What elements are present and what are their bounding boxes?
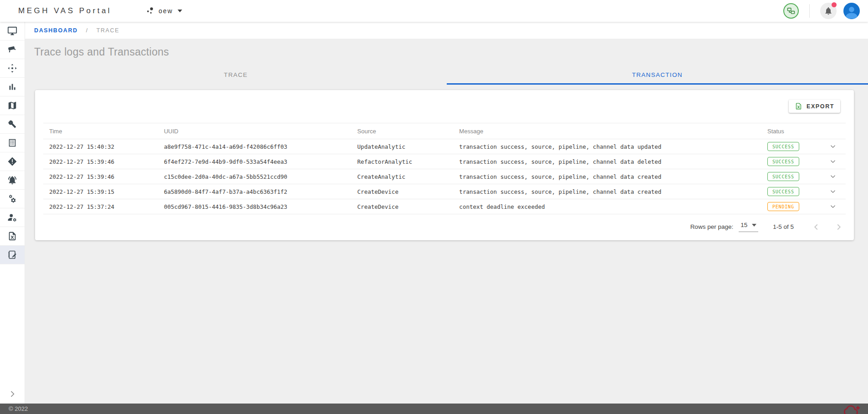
breadcrumb-separator: / (86, 27, 88, 34)
status-badge: SUCCESS (767, 142, 799, 151)
chevron-left-icon (811, 222, 821, 232)
sidebar-item-map[interactable] (0, 96, 25, 115)
cell-message: transaction success, source, pipeline, c… (453, 184, 761, 199)
col-header-expand (820, 123, 846, 139)
building-icon (7, 138, 17, 148)
trace-journal-icon (7, 250, 17, 260)
breadcrumb: DASHBOARD / TRACE (25, 22, 868, 39)
sidebar-item-user-admin[interactable] (0, 208, 25, 227)
cell-source: UpdateAnalytic (352, 139, 454, 154)
sidebar-expand-button[interactable] (0, 384, 25, 404)
transactions-card: EXPORT Time UUID Source (35, 90, 854, 240)
chevron-down-icon (829, 142, 837, 151)
next-page-button[interactable] (834, 222, 844, 232)
table-header-row: Time UUID Source Message Status (43, 123, 846, 139)
cell-source: RefactorAnalytic (352, 154, 454, 169)
chevron-right-icon (8, 389, 17, 399)
bell-active-icon (7, 175, 17, 185)
sidebar-item-tools[interactable] (0, 115, 25, 134)
sidebar-item-analytics[interactable] (0, 78, 25, 96)
cell-status: PENDING (761, 199, 820, 214)
sidebar-item-building[interactable] (0, 134, 25, 152)
org-selector[interactable]: oew (145, 6, 182, 16)
table-row[interactable]: 2022-12-27 15:39:15 6a5890d0-84f7-4af7-b… (43, 184, 846, 199)
excel-file-icon (795, 102, 802, 110)
cell-status: SUCCESS (761, 154, 820, 169)
cell-uuid: 005cd967-8015-4416-9835-3d8b34c96a23 (158, 199, 352, 214)
file-x-icon (7, 231, 17, 241)
table-row[interactable]: 2022-12-27 15:37:24 005cd967-8015-4416-9… (43, 199, 846, 214)
sidebar-item-notifications[interactable] (0, 171, 25, 190)
sidebar-item-monitor[interactable] (0, 22, 25, 40)
expand-row-button[interactable] (827, 172, 839, 182)
cell-status: SUCCESS (761, 139, 820, 154)
status-badge: SUCCESS (767, 157, 799, 166)
table-row[interactable]: 2022-12-27 15:39:46 6f4ef272-7e9d-44b9-9… (43, 154, 846, 169)
app-window: MEGH VAS Portal oew (0, 0, 868, 414)
breadcrumb-dashboard[interactable]: DASHBOARD (34, 27, 78, 34)
topbar-divider (809, 4, 810, 18)
cell-uuid: 6f4ef272-7e9d-44b9-9df0-533a54f4eea3 (158, 154, 352, 169)
chevron-down-icon (829, 172, 837, 181)
tab-transaction[interactable]: TRANSACTION (447, 66, 868, 85)
cell-time: 2022-12-27 15:39:46 (43, 169, 158, 184)
sidebar-item-camera[interactable] (0, 40, 25, 59)
page-title: Trace logs and Transactions (34, 46, 868, 58)
org-selector-label: oew (158, 7, 173, 15)
rows-per-page-select[interactable]: 15 (739, 222, 758, 232)
copyright-text: © 2022 (9, 405, 28, 412)
expand-row-button[interactable] (827, 141, 839, 152)
table-row[interactable]: 2022-12-27 15:40:32 a8e9f758-471c-4a14-a… (43, 139, 846, 154)
sidebar-item-settings[interactable] (0, 190, 25, 208)
col-header-uuid: UUID (158, 123, 352, 139)
pagination-range: 1-5 of 5 (773, 223, 794, 230)
bell-icon (824, 6, 833, 15)
notifications-button[interactable] (820, 3, 837, 19)
status-badge: SUCCESS (767, 172, 799, 181)
sidebar (0, 22, 25, 404)
rows-per-page-value: 15 (740, 222, 747, 228)
cell-uuid: a8e9f758-471c-4a14-a69d-f42086c6ff03 (158, 139, 352, 154)
chevron-down-icon (829, 157, 837, 166)
tools-icon (7, 119, 17, 129)
cell-time: 2022-12-27 15:39:15 (43, 184, 158, 199)
bar-chart-icon (7, 82, 17, 92)
table-row[interactable]: 2022-12-27 15:39:46 c15c0dee-2d0a-40dc-a… (43, 169, 846, 184)
transactions-table: Time UUID Source Message Status 2022-12-… (43, 123, 846, 214)
previous-page-button[interactable] (811, 222, 821, 232)
user-avatar[interactable] (843, 3, 860, 19)
caret-down-icon (752, 224, 756, 227)
cell-message: transaction success, source, pipeline, c… (453, 139, 761, 154)
export-button-label: EXPORT (807, 103, 834, 110)
cell-uuid: 6a5890d0-84f7-4af7-b37a-a4bc6363f1f2 (158, 184, 352, 199)
notification-dot (832, 2, 837, 7)
expand-row-button[interactable] (827, 202, 839, 212)
export-button[interactable]: EXPORT (789, 100, 840, 113)
status-badge: SUCCESS (767, 187, 799, 196)
cell-status: SUCCESS (761, 169, 820, 184)
col-header-source: Source (352, 123, 454, 139)
tab-trace[interactable]: TRACE (25, 66, 447, 85)
user-settings-icon (7, 212, 17, 222)
rows-per-page-label: Rows per page: (690, 223, 734, 230)
red-cloud-logo-icon (842, 405, 862, 414)
sidebar-item-pan[interactable] (0, 59, 25, 78)
expand-row-button[interactable] (827, 187, 839, 197)
expand-row-button[interactable] (827, 157, 839, 167)
person-icon (843, 4, 860, 19)
cctv-camera-icon (7, 45, 17, 55)
col-header-time: Time (43, 123, 158, 139)
network-devices-icon (786, 6, 796, 15)
topbar: MEGH VAS Portal oew (0, 0, 868, 22)
chevron-down-icon (829, 187, 837, 196)
cell-status: SUCCESS (761, 184, 820, 199)
tab-bar: TRACE TRANSACTION (25, 66, 868, 85)
bubble-dots-icon (145, 6, 155, 16)
sidebar-item-trace[interactable] (0, 246, 25, 264)
cell-message: transaction success, source, pipeline, c… (453, 154, 761, 169)
cell-source: CreateDevice (352, 184, 454, 199)
sidebar-item-alerts[interactable] (0, 152, 25, 171)
cell-time: 2022-12-27 15:39:46 (43, 154, 158, 169)
network-status-button[interactable] (783, 3, 799, 19)
sidebar-item-export-file[interactable] (0, 227, 25, 246)
